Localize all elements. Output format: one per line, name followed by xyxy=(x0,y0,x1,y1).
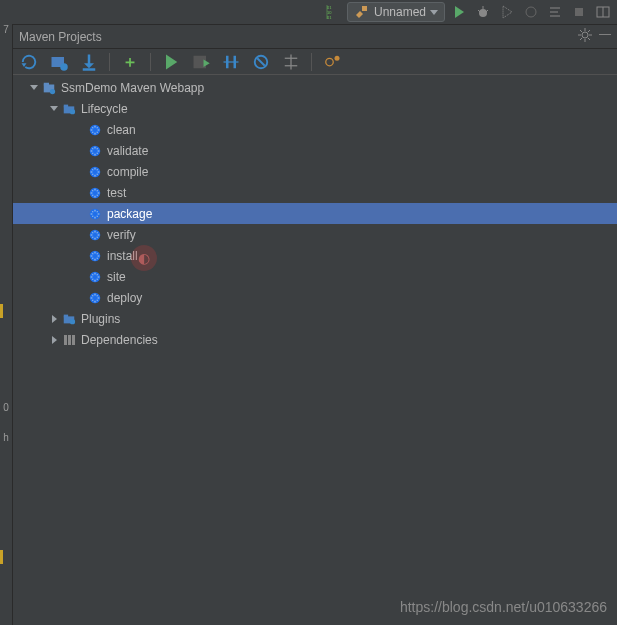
project-label: SsmDemo Maven Webapp xyxy=(61,81,204,95)
tree-lifecycle-node[interactable]: Lifecycle xyxy=(13,98,617,119)
phase-label: deploy xyxy=(107,291,142,305)
gear-icon xyxy=(87,185,103,201)
phase-label: test xyxy=(107,186,126,200)
svg-line-9 xyxy=(486,10,488,12)
separator xyxy=(311,53,312,71)
lifecycle-label: Lifecycle xyxy=(81,102,128,116)
phase-label: site xyxy=(107,270,126,284)
lifecycle-phase-site[interactable]: site xyxy=(13,266,617,287)
dependencies-label: Dependencies xyxy=(81,333,158,347)
expand-arrow-icon[interactable] xyxy=(27,85,41,90)
lifecycle-phase-deploy[interactable]: deploy xyxy=(13,287,617,308)
gear-icon xyxy=(87,269,103,285)
folder-icon xyxy=(61,311,77,327)
tree-project-node[interactable]: SsmDemo Maven Webapp xyxy=(13,77,617,98)
gutter-marker xyxy=(0,550,3,564)
svg-point-48 xyxy=(50,88,55,93)
svg-rect-62 xyxy=(64,314,68,317)
svg-marker-35 xyxy=(204,59,210,67)
add-maven-project-icon[interactable]: ＋ xyxy=(120,52,140,72)
tree-dependencies-node[interactable]: Dependencies xyxy=(13,329,617,350)
gear-icon xyxy=(87,164,103,180)
run-maven-build-icon[interactable] xyxy=(161,52,181,72)
debug-button[interactable] xyxy=(473,2,493,22)
expand-arrow-icon[interactable] xyxy=(47,106,61,111)
ide-top-toolbar: 011001 Unnamed xyxy=(0,0,617,25)
gear-icon xyxy=(87,122,103,138)
gutter-number: 7 xyxy=(3,24,9,35)
svg-rect-65 xyxy=(68,335,71,345)
dropdown-arrow-icon xyxy=(430,10,438,15)
svg-line-26 xyxy=(588,30,590,32)
expand-arrow-icon[interactable] xyxy=(47,336,61,344)
run-button[interactable] xyxy=(449,2,469,22)
hide-icon[interactable]: — xyxy=(599,27,611,46)
maven-tree: SsmDemo Maven Webapp Lifecycle clean val… xyxy=(13,75,617,625)
maven-panel-header: Maven Projects — xyxy=(13,25,617,49)
lifecycle-phase-install[interactable]: install xyxy=(13,245,617,266)
settings-icon[interactable] xyxy=(577,27,593,46)
panel-title: Maven Projects xyxy=(19,30,102,44)
lifecycle-phase-validate[interactable]: validate xyxy=(13,140,617,161)
gear-icon xyxy=(87,206,103,222)
folder-icon xyxy=(61,101,77,117)
phase-label: clean xyxy=(107,123,136,137)
svg-rect-50 xyxy=(64,104,68,107)
lines-icon[interactable] xyxy=(545,2,565,22)
gutter-number: 0 xyxy=(3,402,9,413)
reimport-icon[interactable] xyxy=(19,52,39,72)
code-indicator-icon: 011001 xyxy=(323,2,343,22)
svg-line-8 xyxy=(478,10,480,12)
svg-marker-33 xyxy=(166,54,177,69)
svg-point-45 xyxy=(335,55,340,60)
svg-point-51 xyxy=(70,109,75,114)
stop-button xyxy=(569,2,589,22)
svg-rect-4 xyxy=(362,6,367,11)
phase-label: verify xyxy=(107,228,136,242)
separator xyxy=(109,53,110,71)
execute-goal-icon[interactable] xyxy=(191,52,211,72)
svg-text:01: 01 xyxy=(327,15,332,20)
svg-marker-5 xyxy=(455,6,464,18)
gutter-char: h xyxy=(3,432,9,443)
svg-point-63 xyxy=(70,319,75,324)
plugins-label: Plugins xyxy=(81,312,120,326)
phase-label: compile xyxy=(107,165,148,179)
toggle-offline-icon[interactable] xyxy=(221,52,241,72)
run-config-label: Unnamed xyxy=(374,5,426,19)
gutter-marker xyxy=(0,304,3,318)
separator xyxy=(150,53,151,71)
csdn-watermark-icon: ◐ xyxy=(131,245,157,271)
download-sources-icon[interactable] xyxy=(79,52,99,72)
gear-icon xyxy=(87,143,103,159)
lifecycle-phase-verify[interactable]: verify xyxy=(13,224,617,245)
svg-marker-31 xyxy=(84,63,94,68)
show-dependencies-icon[interactable] xyxy=(281,52,301,72)
profiler-button xyxy=(521,2,541,22)
generate-sources-icon[interactable] xyxy=(49,52,69,72)
svg-rect-47 xyxy=(44,82,49,85)
lifecycle-phase-compile[interactable]: compile xyxy=(13,161,617,182)
skip-tests-icon[interactable] xyxy=(251,52,271,72)
library-icon xyxy=(61,332,77,348)
svg-rect-15 xyxy=(575,8,583,16)
lifecycle-phase-clean[interactable]: clean xyxy=(13,119,617,140)
svg-rect-66 xyxy=(72,335,75,345)
phase-label: validate xyxy=(107,144,148,158)
layout-icon[interactable] xyxy=(593,2,613,22)
svg-line-23 xyxy=(580,30,582,32)
run-configuration-selector[interactable]: Unnamed xyxy=(347,2,445,22)
phase-label: package xyxy=(107,207,152,221)
coverage-button[interactable] xyxy=(497,2,517,22)
svg-point-18 xyxy=(582,32,588,38)
gear-icon xyxy=(87,227,103,243)
svg-point-29 xyxy=(60,63,68,71)
lifecycle-phase-package[interactable]: package xyxy=(13,203,617,224)
maven-settings-icon[interactable] xyxy=(322,52,342,72)
lifecycle-phase-test[interactable]: test xyxy=(13,182,617,203)
svg-line-25 xyxy=(580,38,582,40)
expand-arrow-icon[interactable] xyxy=(47,315,61,323)
tree-plugins-node[interactable]: Plugins xyxy=(13,308,617,329)
gear-icon xyxy=(87,290,103,306)
watermark-text: https://blog.csdn.net/u010633266 xyxy=(400,599,607,615)
